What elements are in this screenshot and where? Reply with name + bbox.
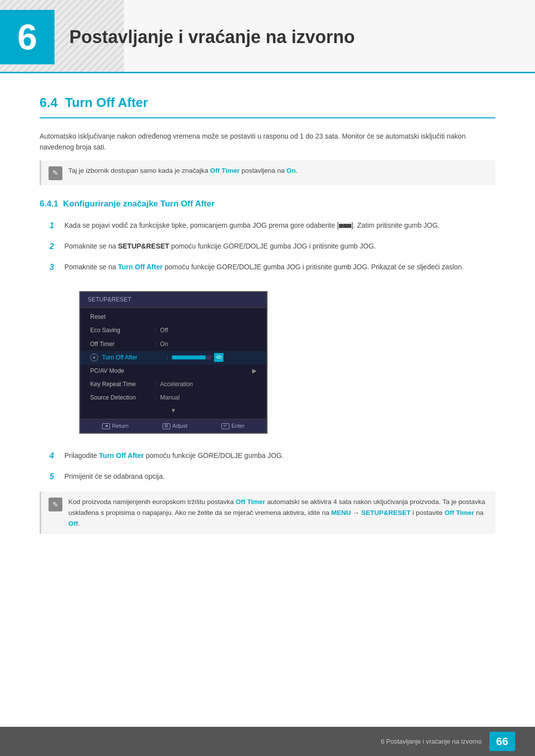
note-1-end: .	[296, 167, 298, 174]
step-5-number: 5	[50, 471, 64, 483]
footer-adjust-label: Adjust	[172, 422, 188, 431]
step-2-number: 2	[50, 241, 64, 252]
note-1-rest: postavljena na	[240, 167, 287, 174]
step-1-content: Kada se pojavi vodič za funkcijske tipke…	[64, 220, 440, 231]
row-turnoff-sep: :	[166, 353, 168, 362]
row-eco-value: Off	[160, 326, 168, 335]
header-content: 6 Postavljanje i vraćanje na izvorno	[0, 10, 355, 64]
step-4-number: 4	[50, 450, 64, 462]
note-text-1: Taj je izbornik dostupan samo kada je zn…	[68, 165, 298, 176]
step-3-number: 3	[50, 261, 64, 273]
section-heading: 6.4 Turn Off After	[40, 93, 495, 118]
monitor-footer: ◄ Return ⊞ Adjust ↵ Enter	[80, 419, 267, 433]
row-offtimer-sep: :	[155, 340, 156, 349]
note-1-text: Taj je izbornik dostupan samo kada je zn…	[68, 167, 210, 174]
footer-btn-enter: ↵ Enter	[221, 422, 244, 431]
down-arrow: ▼	[80, 405, 267, 416]
row-eco-sep: :	[155, 326, 156, 335]
row-turnoff-label: Turn Off After	[102, 353, 166, 362]
step-4-content: Prilagodite Turn Off After pomoću funkci…	[64, 450, 284, 461]
steps-list: 1 Kada se pojavi vodič za funkcijske tip…	[50, 220, 495, 483]
footer-page-number: 66	[489, 732, 515, 751]
monitor-row-keyrepeat: Key Repeat Time : Acceleration	[80, 378, 267, 391]
monitor-row-offtimer: Off Timer : On	[80, 338, 267, 351]
row-keyrepeat-sep: :	[155, 380, 156, 389]
row-offtimer-label: Off Timer	[90, 340, 155, 349]
footer-chapter-ref: 6 Postavljanje i vraćanje na izvorno	[381, 737, 482, 747]
footer-btn-adjust: ⊞ Adjust	[162, 422, 188, 431]
subsection-title: Konfiguriranje značajke Turn Off After	[63, 199, 214, 208]
step-5-content: Primijenit će se odabrana opcija.	[64, 471, 164, 482]
footer-return-icon: ◄	[102, 423, 110, 429]
step-1: 1 Kada se pojavi vodič za funkcijske tip…	[50, 220, 495, 232]
monitor-menu: Reset Eco Saving : Off Off Timer : On	[80, 308, 267, 419]
row-source-sep: :	[155, 393, 156, 403]
footer-btn-return: ◄ Return	[102, 422, 128, 431]
page-footer: 6 Postavljanje i vraćanje na izvorno 66	[0, 727, 535, 756]
note-1-on: On	[286, 167, 296, 174]
footer-enter-label: Enter	[231, 422, 244, 431]
row-pcav-label: PC/AV Mode	[90, 366, 155, 376]
monitor-ui: SETUP&RESET Reset Eco Saving : Off Off T…	[79, 291, 268, 434]
chapter-number: 6	[0, 10, 54, 64]
step-5: 5 Primijenit će se odabrana opcija.	[50, 471, 495, 483]
monitor-row-pcav: PC/AV Mode ▶	[80, 364, 267, 378]
step-4: 4 Prilagodite Turn Off After pomoću funk…	[50, 450, 495, 462]
monitor-row-reset: Reset	[80, 310, 267, 324]
row-source-label: Source Detection	[90, 393, 155, 403]
note-icon-1	[49, 166, 62, 180]
main-content: 6.4 Turn Off After Automatsko isključiva…	[0, 93, 535, 586]
note-box-2: Kod proizvoda namijenjenih europskom trž…	[40, 492, 495, 534]
progress-container: 4h	[172, 353, 223, 362]
row-reset-label: Reset	[90, 312, 155, 322]
progress-label: 4h	[214, 353, 223, 362]
note-1-bold: Off Timer	[210, 167, 240, 174]
body-paragraph-1: Automatsko isključivanje nakon određenog…	[40, 131, 495, 153]
step-2: 2 Pomaknite se na SETUP&RESET pomoću fun…	[50, 241, 495, 252]
section-number: 6.4	[40, 93, 57, 112]
monitor-row-source: Source Detection : Manual	[80, 391, 267, 404]
monitor-row-turnoff: ● Turn Off After : 4h	[80, 351, 267, 364]
note-icon-2	[49, 498, 62, 511]
note-box-1: Taj je izbornik dostupan samo kada je zn…	[40, 160, 495, 185]
subsection-number: 6.4.1	[40, 199, 63, 208]
footer-enter-icon: ↵	[221, 423, 229, 429]
progress-bar	[172, 355, 212, 359]
row-source-value: Manual	[160, 393, 179, 403]
row-pcav-arrow: ▶	[252, 366, 257, 376]
footer-return-label: Return	[112, 422, 128, 431]
section-title: Turn Off After	[65, 93, 148, 112]
row-offtimer-value: On	[160, 340, 168, 349]
settings-circle-icon: ●	[90, 353, 98, 361]
step-1-number: 1	[50, 220, 64, 232]
step-3-content: Pomaknite se na Turn Off After pomoću fu…	[64, 261, 464, 441]
row-eco-label: Eco Saving	[90, 326, 155, 335]
step-2-content: Pomaknite se na SETUP&RESET pomoću funkc…	[64, 241, 376, 252]
row-keyrepeat-label: Key Repeat Time	[90, 380, 155, 389]
monitor-row-eco: Eco Saving : Off	[80, 324, 267, 337]
row-keyrepeat-value: Acceleration	[160, 380, 193, 389]
subsection-heading: 6.4.1 Konfiguriranje značajke Turn Off A…	[40, 198, 495, 210]
monitor-header: SETUP&RESET	[80, 292, 267, 308]
chapter-header: 6 Postavljanje i vraćanje na izvorno	[0, 0, 535, 73]
note-text-2: Kod proizvoda namijenjenih europskom trž…	[68, 497, 488, 529]
progress-bar-fill	[172, 355, 206, 359]
step-3: 3 Pomaknite se na Turn Off After pomoću …	[50, 261, 495, 441]
chapter-title: Postavljanje i vraćanje na izvorno	[69, 24, 355, 50]
footer-adjust-icon: ⊞	[162, 423, 170, 429]
